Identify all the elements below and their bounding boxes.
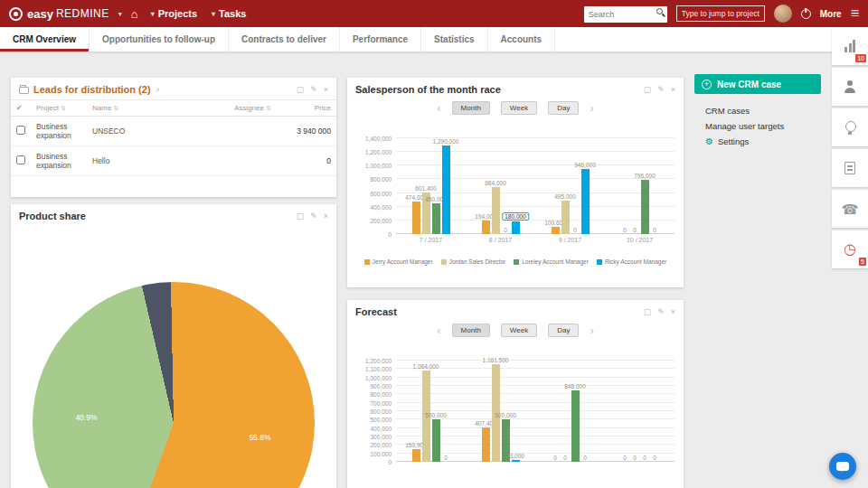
reports-badge: 10 bbox=[855, 54, 866, 62]
lead-name[interactable]: Hello bbox=[87, 146, 206, 176]
range-day-button[interactable]: Day bbox=[548, 101, 579, 115]
table-row[interactable]: Business expansionHello0 bbox=[11, 146, 336, 176]
toolbar-ideas-button[interactable] bbox=[832, 108, 868, 146]
panel-edit-icon[interactable]: ✎ bbox=[657, 85, 665, 94]
lightbulb-icon bbox=[844, 121, 855, 135]
tab-opportunities[interactable]: Opportunities to follow-up bbox=[90, 27, 229, 52]
toolbar-users-button[interactable] bbox=[832, 68, 868, 106]
home-icon[interactable]: ⌂ bbox=[131, 8, 138, 20]
bar-ricky-account-manager[interactable]: 946,000 bbox=[581, 169, 590, 234]
link-crm-cases[interactable]: CRM cases bbox=[705, 103, 821, 118]
panel-edit-icon[interactable]: ✎ bbox=[657, 307, 665, 316]
bar-loreley-account-manager[interactable]: 848,000 bbox=[571, 390, 580, 462]
row-checkbox[interactable] bbox=[16, 155, 25, 164]
lead-name[interactable]: UNSECO bbox=[87, 117, 206, 146]
bar-value-label: 848,000 bbox=[564, 383, 586, 389]
legend-item[interactable]: Jordan Sales Director bbox=[441, 258, 506, 265]
column-project[interactable]: Project ⇅ bbox=[31, 100, 87, 117]
link-settings[interactable]: ⚙ Settings bbox=[705, 134, 821, 149]
bar-loreley-account-manager[interactable]: 796,000 bbox=[641, 180, 649, 234]
bar-jerry-account-manager[interactable]: 194,000 bbox=[482, 221, 490, 234]
bar-jordan-sales-director[interactable]: 495,000 bbox=[561, 201, 570, 234]
next-arrow-icon[interactable]: › bbox=[590, 102, 593, 114]
panel-edit-icon[interactable]: ✎ bbox=[310, 85, 317, 94]
power-icon[interactable] bbox=[801, 9, 811, 19]
sort-icon: ⇅ bbox=[114, 105, 119, 111]
range-week-button[interactable]: Week bbox=[501, 101, 537, 115]
bar-jerry-account-manager[interactable]: 100,600 bbox=[552, 227, 560, 234]
panel-collapse-icon[interactable]: ▢ bbox=[297, 211, 305, 221]
pie-disc[interactable]: 55.8%40.9% bbox=[33, 282, 315, 488]
lead-project[interactable]: Business expansion bbox=[31, 117, 87, 146]
panel-close-icon[interactable]: × bbox=[671, 307, 675, 316]
app-logo[interactable]: easy REDMINE bbox=[9, 7, 109, 21]
bar-value-label: 0 bbox=[643, 455, 646, 461]
search-icon[interactable] bbox=[656, 8, 663, 14]
table-row[interactable]: Business expansionUNSECO3 940 000 bbox=[11, 117, 336, 146]
range-week-button[interactable]: Week bbox=[501, 324, 537, 337]
range-day-button[interactable]: Day bbox=[548, 324, 579, 337]
chart-range-controls: ‹ Month Week Day › bbox=[347, 324, 684, 337]
bar-ricky-account-manager[interactable]: 23,000 bbox=[512, 460, 520, 462]
tab-crm-overview[interactable]: CRM Overview bbox=[0, 27, 90, 52]
tab-statistics[interactable]: Statistics bbox=[421, 27, 487, 52]
new-crm-case-button[interactable]: + New CRM case bbox=[694, 74, 821, 94]
toolbar-support-button[interactable]: ☎ bbox=[832, 190, 868, 228]
bar-loreley-account-manager[interactable]: 450,000 bbox=[432, 203, 440, 234]
legend-item[interactable]: Ricky Account Manager bbox=[597, 258, 666, 265]
column-name[interactable]: Name ⇅ bbox=[87, 100, 206, 117]
nav-projects[interactable]: ▾ Projects bbox=[151, 8, 197, 19]
link-manage-user-targets[interactable]: Manage user targets bbox=[705, 118, 821, 134]
bar-value-label: 0 bbox=[623, 227, 627, 233]
select-all-header[interactable]: ✔ bbox=[11, 100, 31, 117]
bar-jerry-account-manager[interactable]: 407,400 bbox=[482, 427, 490, 462]
topbar: easy REDMINE ▾ ⌂ ▾ Projects ▾ Tasks More… bbox=[0, 0, 868, 27]
jump-to-project-input[interactable] bbox=[676, 5, 765, 22]
panel-collapse-icon[interactable]: ▢ bbox=[644, 85, 652, 94]
chat-button[interactable] bbox=[829, 453, 856, 480]
column-price[interactable]: Price bbox=[277, 100, 336, 117]
panel-close-icon[interactable]: × bbox=[671, 85, 675, 94]
more-menu[interactable]: More bbox=[820, 9, 842, 19]
chevron-down-icon[interactable]: ▾ bbox=[118, 10, 122, 18]
hamburger-menu-icon[interactable]: ≡ bbox=[851, 6, 859, 21]
bar-jerry-account-manager[interactable]: 150,900 bbox=[412, 449, 420, 462]
search-input[interactable] bbox=[584, 6, 667, 23]
toolbar-reports-button[interactable]: 10 bbox=[832, 27, 868, 65]
column-assignee[interactable]: Assignee ⇅ bbox=[206, 100, 277, 117]
panel-edit-icon[interactable]: ✎ bbox=[310, 211, 317, 221]
prev-arrow-icon[interactable]: ‹ bbox=[437, 324, 440, 336]
tab-contracts[interactable]: Contracts to deliver bbox=[229, 27, 340, 52]
tab-accounts[interactable]: Accounts bbox=[488, 27, 556, 52]
bar-value-label: 0 bbox=[623, 455, 627, 461]
panel-collapse-icon[interactable]: ▢ bbox=[644, 307, 652, 316]
tab-performance[interactable]: Performance bbox=[340, 27, 421, 52]
external-link-icon[interactable]: ↗ bbox=[156, 87, 160, 93]
lead-project[interactable]: Business expansion bbox=[31, 146, 87, 176]
bar-loreley-account-manager[interactable]: 500,000 bbox=[432, 419, 440, 462]
legend-item[interactable]: Loreley Account Manager bbox=[514, 258, 589, 265]
panel-close-icon[interactable]: × bbox=[324, 85, 328, 94]
toolbar-activity-button[interactable]: ◷ 5 bbox=[832, 230, 868, 268]
bar-value-label: 684,000 bbox=[485, 180, 506, 186]
lead-assignee bbox=[206, 146, 277, 176]
panel-title-leads[interactable]: Leads for distribution (2) bbox=[33, 84, 151, 95]
panel-close-icon[interactable]: × bbox=[324, 211, 328, 221]
bar-jerry-account-manager[interactable]: 474,000 bbox=[412, 202, 420, 234]
avatar[interactable] bbox=[774, 5, 792, 23]
panel-collapse-icon[interactable]: ▢ bbox=[297, 85, 305, 94]
bar-ricky-account-manager[interactable]: 1,290,000 bbox=[442, 145, 450, 234]
nav-tasks[interactable]: ▾ Tasks bbox=[212, 8, 246, 19]
bar-value-label: 601,400 bbox=[415, 185, 437, 192]
next-arrow-icon[interactable]: › bbox=[590, 324, 593, 336]
search-box bbox=[584, 5, 667, 23]
prev-arrow-icon[interactable]: ‹ bbox=[437, 102, 440, 114]
row-checkbox[interactable] bbox=[16, 126, 25, 135]
range-month-button[interactable]: Month bbox=[452, 324, 490, 337]
legend-item[interactable]: Jerry Account Manager bbox=[364, 258, 433, 265]
toolbar-checklist-button[interactable] bbox=[832, 149, 868, 187]
bar-jordan-sales-director[interactable]: 684,000 bbox=[492, 187, 500, 234]
bar-group: 100,600495,0000946,000 bbox=[552, 138, 590, 234]
bar-ricky-account-manager[interactable]: 180,000 bbox=[512, 221, 520, 234]
range-month-button[interactable]: Month bbox=[452, 101, 490, 115]
